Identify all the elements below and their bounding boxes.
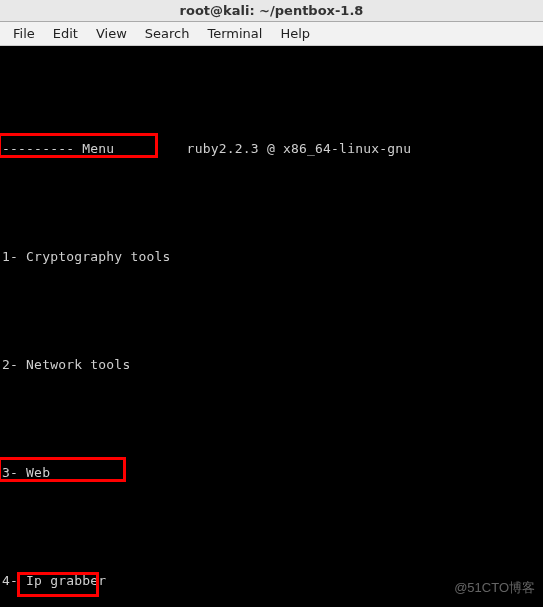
menu-help[interactable]: Help bbox=[271, 26, 319, 41]
menu-edit[interactable]: Edit bbox=[44, 26, 87, 41]
menu-view[interactable]: View bbox=[87, 26, 136, 41]
main-menu-item: 2- Network tools bbox=[0, 356, 543, 374]
menu-header-line: --------- Menu ruby2.2.3 @ x86_64-linux-… bbox=[0, 140, 543, 158]
terminal-area[interactable]: --------- Menu ruby2.2.3 @ x86_64-linux-… bbox=[0, 46, 543, 607]
menu-terminal[interactable]: Terminal bbox=[198, 26, 271, 41]
menu-search[interactable]: Search bbox=[136, 26, 199, 41]
window-title: root@kali: ~/pentbox-1.8 bbox=[180, 3, 364, 18]
main-menu-item: 3- Web bbox=[0, 464, 543, 482]
menu-file[interactable]: File bbox=[4, 26, 44, 41]
window-titlebar: root@kali: ~/pentbox-1.8 bbox=[0, 0, 543, 22]
main-menu-item: 1- Cryptography tools bbox=[0, 248, 543, 266]
menubar: File Edit View Search Terminal Help bbox=[0, 22, 543, 46]
watermark: @51CTO博客 bbox=[454, 579, 535, 597]
